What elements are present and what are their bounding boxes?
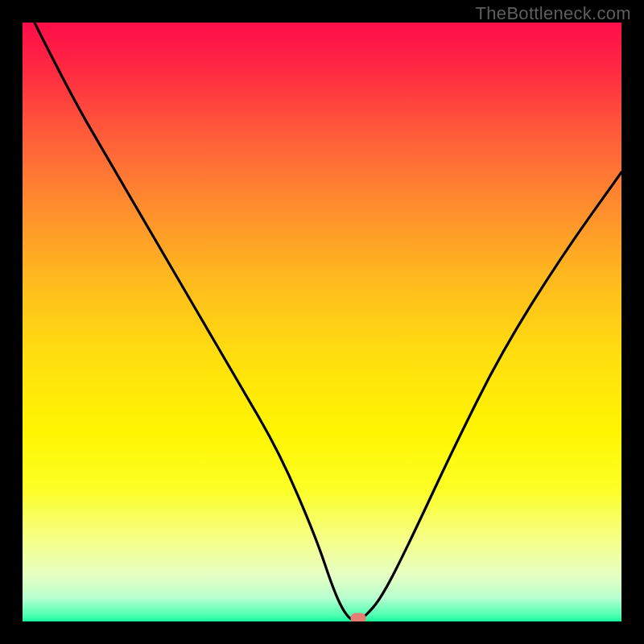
curve-svg — [23, 23, 621, 621]
plot-area — [23, 23, 621, 621]
watermark-text: TheBottleneck.com — [476, 3, 631, 24]
bottleneck-curve — [35, 23, 621, 621]
min-marker — [350, 613, 365, 621]
chart-frame: TheBottleneck.com — [0, 0, 644, 644]
